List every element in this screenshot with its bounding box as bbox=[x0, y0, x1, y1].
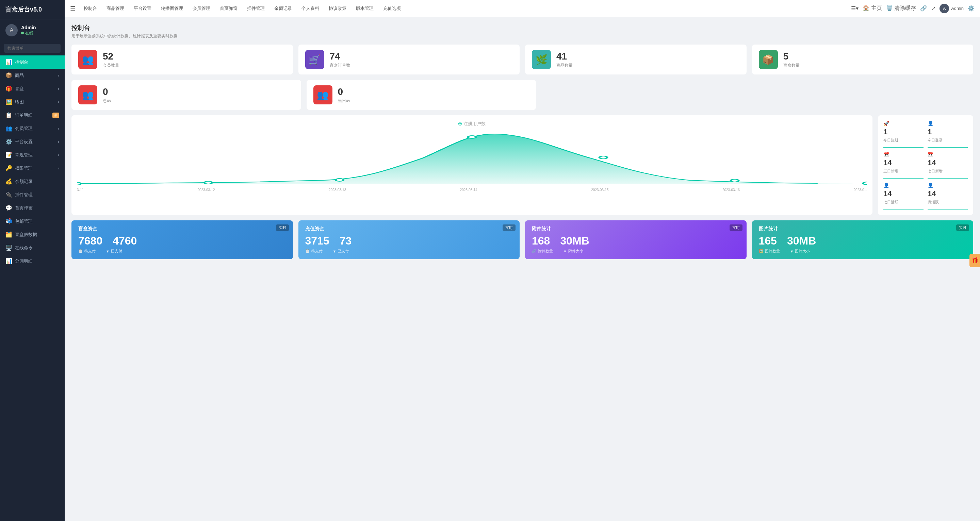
sidebar-item-label: 首页弹窗 bbox=[15, 205, 33, 211]
topbar-nav-goods[interactable]: 商品管理 bbox=[102, 3, 128, 14]
stat-label: 三日新增 bbox=[883, 169, 924, 174]
stat-label: 今日注册 bbox=[883, 138, 924, 143]
stat-card-today-uv: 👥 0 当日uv bbox=[307, 80, 536, 110]
topbar-nav-members[interactable]: 会员管理 bbox=[189, 3, 215, 14]
sidebar-item-label: 控制台 bbox=[15, 59, 28, 65]
float-button[interactable]: 🎁 bbox=[969, 254, 980, 267]
sidebar-item-popup[interactable]: 💬 首页弹窗 bbox=[0, 201, 65, 214]
sidebar-item-platform[interactable]: ⚙️ 平台设置 › bbox=[0, 135, 65, 148]
home-icon[interactable]: 🏠 主页 bbox=[862, 5, 882, 12]
card-sublabels: 📋待支付 ▼已支付 bbox=[305, 249, 513, 254]
user-active-icon: 👤 bbox=[883, 183, 889, 188]
chart-x-labels: 3-11 2023-03-12 2023-03-13 2023-03-14 20… bbox=[77, 187, 867, 193]
topbar-username: Admin bbox=[951, 6, 964, 11]
realtime-badge: 实时 bbox=[956, 224, 969, 231]
data-point bbox=[468, 136, 476, 138]
stat-label: 总uv bbox=[103, 98, 111, 104]
sidebar-item-plugins[interactable]: 🔌 插件管理 bbox=[0, 188, 65, 201]
sidebar-item-goods[interactable]: 📦 商品 › bbox=[0, 69, 65, 82]
stats-row-1: 👥 52 会员数量 🛒 74 盲盒订单数 🌿 41 商品数量 bbox=[72, 44, 973, 75]
sidebar-item-fake-data[interactable]: 🗂️ 盲盒假数据 bbox=[0, 228, 65, 241]
card-sublabels: 🔗附件数量 ▼附件大小 bbox=[532, 249, 740, 254]
user-stat-7day-active: 👤 14 七日活跃 bbox=[883, 183, 924, 210]
stat-number: 0 bbox=[103, 86, 111, 97]
label-attachment-size: ▼附件大小 bbox=[563, 249, 583, 254]
sidebar-username: Admin bbox=[21, 25, 36, 30]
topbar-nav-recharge[interactable]: 充值选项 bbox=[379, 3, 405, 14]
stat-number: 0 bbox=[338, 86, 350, 97]
data-point bbox=[863, 182, 867, 185]
stat-number: 5 bbox=[783, 51, 800, 62]
menu-toggle-icon[interactable]: ☰ bbox=[70, 5, 76, 12]
plugins-icon: 🔌 bbox=[5, 191, 12, 198]
goods-icon: 📦 bbox=[5, 72, 12, 79]
sidebar-item-orders[interactable]: 📋 订单明细 新 bbox=[0, 108, 65, 122]
topbar-nav-banner[interactable]: 轮播图管理 bbox=[157, 3, 187, 14]
realtime-badge: 实时 bbox=[503, 224, 515, 231]
card-numbers: 165 30MB bbox=[759, 235, 967, 247]
number-image-count: 165 bbox=[759, 235, 777, 247]
topbar-nav-platform[interactable]: 平台设置 bbox=[130, 3, 156, 14]
topbar-nav-balance[interactable]: 余额记录 bbox=[270, 3, 296, 14]
auth-icon: 🔑 bbox=[5, 165, 12, 172]
expand-icon[interactable]: ☰▾ bbox=[851, 5, 859, 11]
chart-area bbox=[77, 131, 867, 185]
balance-icon: 💰 bbox=[5, 178, 12, 185]
topbar-avatar: A bbox=[940, 4, 949, 13]
realtime-badge: 实时 bbox=[276, 224, 289, 231]
topbar-user[interactable]: A Admin bbox=[940, 4, 964, 13]
topbar-nav-dashboard[interactable]: 控制台 bbox=[80, 3, 101, 14]
sidebar-item-image[interactable]: 🖼️ 晒图 › bbox=[0, 95, 65, 108]
chart-fill bbox=[77, 134, 867, 184]
stat-label: 七日活跃 bbox=[883, 200, 924, 205]
sidebar-item-members[interactable]: 👥 会员管理 › bbox=[0, 122, 65, 135]
topbar: ☰ 控制台 商品管理 平台设置 轮播图管理 会员管理 首页弹窗 插件管理 余额记… bbox=[65, 0, 980, 17]
new-badge: 新 bbox=[52, 113, 59, 118]
sidebar-item-dashboard[interactable]: 📊 控制台 bbox=[0, 56, 65, 69]
clear-cache-icon[interactable]: 🗑️ 清除缓存 bbox=[886, 5, 916, 12]
stat-label: 盲盒数量 bbox=[783, 63, 800, 68]
topbar-nav-popup[interactable]: 首页弹窗 bbox=[216, 3, 242, 14]
sidebar-item-mail[interactable]: 📬 包邮管理 bbox=[0, 214, 65, 228]
number-paid: 73 bbox=[340, 235, 352, 247]
link-icon[interactable]: 🔗 bbox=[920, 5, 927, 11]
number-attachment-count: 168 bbox=[532, 235, 550, 247]
sidebar-item-blindbox[interactable]: 🎁 盲盒 › bbox=[0, 82, 65, 95]
search-input[interactable] bbox=[4, 44, 60, 53]
chevron-right-icon: › bbox=[58, 73, 59, 78]
chart-svg bbox=[77, 131, 867, 185]
topbar-nav-version[interactable]: 版本管理 bbox=[352, 3, 378, 14]
sidebar-nav: 📊 控制台 📦 商品 › 🎁 盲盒 › 🖼️ 晒图 › bbox=[0, 56, 65, 521]
user-icon: 👤 bbox=[928, 121, 933, 126]
stat-number: 74 bbox=[330, 51, 350, 62]
data-point bbox=[336, 178, 343, 181]
main-area: ☰ 控制台 商品管理 平台设置 轮播图管理 会员管理 首页弹窗 插件管理 余额记… bbox=[65, 0, 980, 521]
page-title: 控制台 bbox=[72, 24, 973, 32]
sidebar-item-online[interactable]: 🖥️ 在线命令 bbox=[0, 241, 65, 254]
topbar-nav-plugins[interactable]: 插件管理 bbox=[243, 3, 269, 14]
sidebar: 盲盒后台v5.0 A Admin 在线 📊 控制台 📦 商品 › bbox=[0, 0, 65, 521]
sidebar-item-label: 常规管理 bbox=[15, 152, 33, 158]
user-info: Admin 在线 bbox=[21, 25, 36, 36]
sidebar-item-balance[interactable]: 💰 余额记录 bbox=[0, 175, 65, 188]
stat-content: 5 盲盒数量 bbox=[783, 51, 800, 68]
sidebar-item-normal[interactable]: 📝 常规管理 › bbox=[0, 148, 65, 162]
chevron-right-icon: › bbox=[58, 126, 59, 131]
chevron-right-icon: › bbox=[58, 99, 59, 105]
label-image-size: ▼图片大小 bbox=[790, 249, 810, 254]
app-logo: 盲盒后台v5.0 bbox=[0, 0, 65, 19]
settings-icon[interactable]: ⚙️ bbox=[968, 5, 975, 11]
fullscreen-icon[interactable]: ⤢ bbox=[931, 5, 935, 11]
share-icon: 📊 bbox=[5, 258, 12, 264]
stat-label: 今日登录 bbox=[928, 138, 968, 143]
label-pending: 📋待支付 bbox=[78, 249, 95, 254]
sidebar-item-auth[interactable]: 🔑 权限管理 › bbox=[0, 162, 65, 175]
sidebar-status: 在线 bbox=[21, 30, 36, 36]
sidebar-item-label: 盲盒 bbox=[15, 86, 24, 92]
topbar-nav-policy[interactable]: 协议政策 bbox=[325, 3, 350, 14]
stat-number: 14 bbox=[883, 159, 924, 167]
topbar-nav: 控制台 商品管理 平台设置 轮播图管理 会员管理 首页弹窗 插件管理 余额记录 … bbox=[80, 3, 847, 14]
chart-dot bbox=[459, 122, 461, 125]
topbar-nav-profile[interactable]: 个人资料 bbox=[298, 3, 323, 14]
sidebar-item-share[interactable]: 📊 分佣明细 bbox=[0, 254, 65, 268]
